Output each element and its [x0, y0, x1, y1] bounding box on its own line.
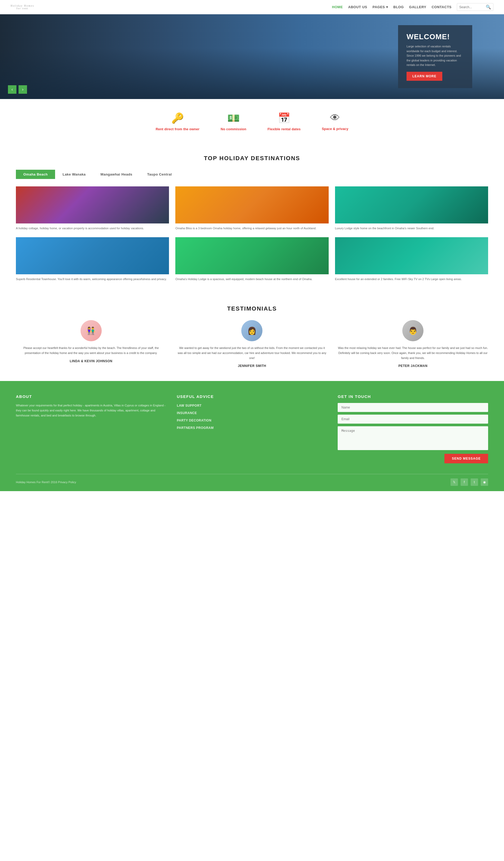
key-icon: 🔑: [156, 112, 200, 124]
testimonials-grid: 👫 Please accept our heartfelt thanks for…: [16, 320, 488, 368]
footer-link-insurance[interactable]: INSURANCE: [177, 410, 327, 415]
dest-card-4: Superb Residential Townhouse. You'll lov…: [16, 237, 169, 282]
main-nav: HOME ABOUT US PAGES ▾ BLOG GALLERY CONTA…: [332, 3, 493, 11]
footer-link-partners[interactable]: PARTNERS PROGRAM: [177, 425, 327, 430]
feature-dates: 📅 Flexible rental dates: [268, 112, 301, 131]
destinations-section: TOP HOLIDAY DESTINATIONS Omaha Beach Lak…: [0, 144, 504, 292]
footer-useful-advice: USEFUL ADVICE LAW SUPPORT INSURANCE PART…: [177, 394, 327, 463]
hero-prev-button[interactable]: ‹: [8, 85, 16, 94]
contact-email-input[interactable]: [338, 415, 488, 424]
nav-home[interactable]: HOME: [332, 5, 343, 9]
logo-text: Holiday Homes: [11, 4, 34, 7]
nav-contacts[interactable]: CONTACTS: [432, 5, 452, 9]
social-rss[interactable]: ◉: [481, 478, 488, 486]
dest-desc-4: Superb Residential Townhouse. You'll lov…: [16, 277, 169, 282]
logo-sub: for rent: [11, 7, 34, 10]
avatar-1: 👫: [81, 320, 102, 341]
testimonials-section: TESTIMONIALS 👫 Please accept our heartfe…: [0, 292, 504, 381]
footer-about-title: ABOUT: [16, 394, 166, 399]
footer-link-partners-anchor[interactable]: PARTNERS PROGRAM: [177, 426, 214, 430]
dest-image-6: [335, 237, 488, 274]
contact-name-input[interactable]: [338, 403, 488, 412]
feature-commission-label: No commission: [221, 127, 246, 131]
hero-content: WELCOME! Large selection of vacation ren…: [398, 25, 472, 88]
calendar-icon: 📅: [268, 112, 301, 124]
feature-commission: 💵 No commission: [221, 112, 246, 131]
tab-omaha-beach[interactable]: Omaha Beach: [16, 170, 55, 179]
social-twitter[interactable]: 𝕏: [450, 478, 458, 486]
nav-blog[interactable]: BLOG: [393, 5, 404, 9]
dest-card-2: Omaha Bliss is a 3 bedroom Omaha holiday…: [175, 187, 328, 231]
dest-image-3: [335, 187, 488, 223]
footer-links-list: LAW SUPPORT INSURANCE PARTY DECORATION P…: [177, 403, 327, 430]
footer-grid: ABOUT Whatever your requirements for tha…: [16, 394, 488, 463]
dest-card-5: Omaha's Holiday Lodge is a spacious, wel…: [175, 237, 328, 282]
testimonial-text-3: Was the most relaxing holiday we have ev…: [338, 345, 488, 360]
tab-taupo-central[interactable]: Taupo Central: [140, 170, 179, 179]
send-message-button[interactable]: SEND MESSAGE: [445, 454, 488, 463]
dest-image-5: [175, 237, 328, 274]
footer: ABOUT Whatever your requirements for tha…: [0, 381, 504, 491]
search-icon[interactable]: 🔍: [486, 4, 491, 10]
logo[interactable]: Holiday Homes for rent: [11, 4, 34, 10]
feature-dates-label: Flexible rental dates: [268, 127, 301, 131]
money-icon: 💵: [221, 112, 246, 124]
tab-mangawhai-heads[interactable]: Mangawhai Heads: [93, 170, 140, 179]
hero-description: Large selection of vacation rentals worl…: [407, 44, 464, 68]
nav-about[interactable]: ABOUT US: [348, 5, 367, 9]
social-facebook[interactable]: f: [461, 478, 468, 486]
dest-desc-6: Excellent house for an extended or 2 fam…: [335, 277, 488, 282]
footer-link-party[interactable]: PARTY DECORATION: [177, 418, 327, 423]
testimonial-name-3: PETER JACKMAN: [338, 364, 488, 368]
footer-about-text: Whatever your requirements for that perf…: [16, 403, 166, 418]
nav-pages[interactable]: PAGES ▾: [372, 5, 388, 9]
hero-navigation: ‹ ›: [8, 85, 27, 94]
dest-card-6: Excellent house for an extended or 2 fam…: [335, 237, 488, 282]
avatar-2: 👩: [241, 320, 262, 341]
footer-link-law-anchor[interactable]: LAW SUPPORT: [177, 404, 202, 408]
testimonial-2: 👩 We wanted to get away for the weekend …: [177, 320, 327, 368]
header: Holiday Homes for rent HOME ABOUT US PAG…: [0, 0, 504, 14]
footer-copyright: Holiday Homes For Rent© 2016 Privacy Pol…: [16, 480, 76, 484]
hero-learn-more-button[interactable]: LEARN MORE: [407, 72, 442, 81]
search-bar[interactable]: 🔍: [457, 3, 493, 11]
destinations-title: TOP HOLIDAY DESTINATIONS: [16, 155, 488, 162]
social-icons: 𝕏 f t ◉: [450, 478, 488, 486]
dest-desc-2: Omaha Bliss is a 3 bedroom Omaha holiday…: [175, 226, 328, 231]
dest-desc-5: Omaha's Holiday Lodge is a spacious, wel…: [175, 277, 328, 282]
nav-gallery[interactable]: GALLERY: [409, 5, 426, 9]
footer-link-insurance-anchor[interactable]: INSURANCE: [177, 411, 197, 415]
testimonial-text-2: We wanted to get away for the weekend ju…: [177, 345, 327, 360]
hero-section: ‹ › WELCOME! Large selection of vacation…: [0, 14, 504, 99]
testimonials-title: TESTIMONIALS: [16, 305, 488, 312]
hero-title: WELCOME!: [407, 32, 464, 41]
testimonial-name-2: JENNIFER SMITH: [177, 364, 327, 368]
testimonial-name-1: LINDA & KEVIN JOHNSON: [16, 359, 166, 363]
feature-rent: 🔑 Rent direct from the owner: [156, 112, 200, 131]
footer-link-party-anchor[interactable]: PARTY DECORATION: [177, 419, 212, 422]
footer-link-law[interactable]: LAW SUPPORT: [177, 403, 327, 408]
dest-desc-3: Luxury Lodge style home on the beachfron…: [335, 226, 488, 231]
testimonial-1: 👫 Please accept our heartfelt thanks for…: [16, 320, 166, 368]
contact-message-textarea[interactable]: [338, 426, 488, 450]
tab-lake-wanaka[interactable]: Lake Wanaka: [55, 170, 93, 179]
dest-card-1: A holiday cottage, holiday home, or vaca…: [16, 187, 169, 231]
hero-next-button[interactable]: ›: [18, 85, 27, 94]
features-section: 🔑 Rent direct from the owner 💵 No commis…: [0, 99, 504, 144]
dest-image-1: [16, 187, 169, 223]
social-tumblr[interactable]: t: [471, 478, 478, 486]
search-input[interactable]: [459, 5, 486, 9]
footer-contact-title: GET IN TOUCH: [338, 394, 488, 399]
destinations-grid: A holiday cottage, holiday home, or vaca…: [16, 187, 488, 282]
dest-image-2: [175, 187, 328, 223]
destination-tabs: Omaha Beach Lake Wanaka Mangawhai Heads …: [16, 170, 488, 179]
dest-card-3: Luxury Lodge style home on the beachfron…: [335, 187, 488, 231]
eye-icon: 👁: [322, 112, 348, 124]
dest-desc-1: A holiday cottage, holiday home, or vaca…: [16, 226, 169, 231]
testimonial-text-1: Please accept our heartfelt thanks for a…: [16, 345, 166, 355]
feature-privacy-label: Space & privacy: [322, 127, 348, 131]
footer-about: ABOUT Whatever your requirements for tha…: [16, 394, 166, 463]
feature-rent-label: Rent direct from the owner: [156, 127, 200, 131]
dest-image-4: [16, 237, 169, 274]
avatar-3: 👨: [402, 320, 423, 341]
